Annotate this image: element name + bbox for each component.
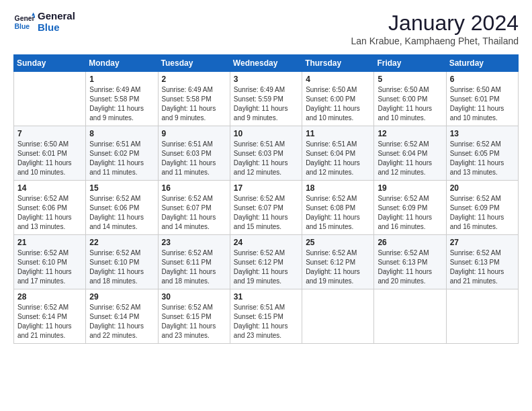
day-info: Sunrise: 6:50 AMSunset: 6:00 PMDaylight:… xyxy=(306,85,370,123)
calendar-cell: 5Sunrise: 6:50 AMSunset: 6:00 PMDaylight… xyxy=(374,72,446,126)
day-number: 22 xyxy=(89,238,154,247)
svg-text:General: General xyxy=(15,15,35,22)
day-info: Sunrise: 6:52 AMSunset: 6:08 PMDaylight:… xyxy=(306,194,370,232)
calendar-cell: 25Sunrise: 6:52 AMSunset: 6:12 PMDayligh… xyxy=(302,235,374,289)
calendar-cell: 26Sunrise: 6:52 AMSunset: 6:13 PMDayligh… xyxy=(374,235,446,289)
day-info: Sunrise: 6:52 AMSunset: 6:11 PMDaylight:… xyxy=(162,248,226,286)
day-number: 29 xyxy=(89,292,154,302)
day-info: Sunrise: 6:50 AMSunset: 6:01 PMDaylight:… xyxy=(17,140,82,177)
calendar-cell: 24Sunrise: 6:52 AMSunset: 6:12 PMDayligh… xyxy=(230,235,302,289)
header-cell-wednesday: Wednesday xyxy=(230,55,302,72)
logo-general: General xyxy=(38,11,75,22)
calendar-body: 1Sunrise: 6:49 AMSunset: 5:58 PMDaylight… xyxy=(14,72,519,344)
header-cell-saturday: Saturday xyxy=(446,55,518,72)
day-number: 4 xyxy=(306,75,370,84)
day-info: Sunrise: 6:52 AMSunset: 6:13 PMDaylight:… xyxy=(450,248,515,286)
day-info: Sunrise: 6:52 AMSunset: 6:07 PMDaylight:… xyxy=(162,194,226,232)
calendar-cell: 3Sunrise: 6:49 AMSunset: 5:59 PMDaylight… xyxy=(230,72,302,126)
calendar-week-1: 7Sunrise: 6:50 AMSunset: 6:01 PMDaylight… xyxy=(14,126,519,181)
day-info: Sunrise: 6:52 AMSunset: 6:15 PMDaylight:… xyxy=(162,303,226,340)
svg-marker-2 xyxy=(32,12,35,15)
day-number: 18 xyxy=(306,183,370,193)
calendar-week-2: 14Sunrise: 6:52 AMSunset: 6:06 PMDayligh… xyxy=(14,181,519,235)
svg-text:Blue: Blue xyxy=(15,22,30,30)
calendar-week-0: 1Sunrise: 6:49 AMSunset: 5:58 PMDaylight… xyxy=(14,72,519,126)
day-number: 24 xyxy=(234,238,298,247)
day-info: Sunrise: 6:52 AMSunset: 6:07 PMDaylight:… xyxy=(234,194,298,232)
day-number: 2 xyxy=(162,75,226,84)
day-number: 5 xyxy=(378,75,442,84)
day-number: 11 xyxy=(306,129,370,138)
day-number: 27 xyxy=(450,238,515,247)
title-block: January 2024 Lan Krabue, Kamphaeng Phet,… xyxy=(351,11,519,46)
day-number: 1 xyxy=(89,75,154,84)
calendar-cell: 20Sunrise: 6:52 AMSunset: 6:09 PMDayligh… xyxy=(446,181,518,235)
logo-blue: Blue xyxy=(38,22,75,34)
day-number: 31 xyxy=(234,292,298,302)
day-info: Sunrise: 6:51 AMSunset: 6:03 PMDaylight:… xyxy=(162,140,226,177)
calendar-cell: 1Sunrise: 6:49 AMSunset: 5:58 PMDaylight… xyxy=(86,72,158,126)
calendar-cell: 11Sunrise: 6:51 AMSunset: 6:04 PMDayligh… xyxy=(302,126,374,181)
calendar-cell: 22Sunrise: 6:52 AMSunset: 6:10 PMDayligh… xyxy=(86,235,158,289)
day-number: 10 xyxy=(234,129,298,138)
day-number: 6 xyxy=(450,75,515,84)
calendar-cell: 2Sunrise: 6:49 AMSunset: 5:58 PMDaylight… xyxy=(158,72,230,126)
calendar-cell: 14Sunrise: 6:52 AMSunset: 6:06 PMDayligh… xyxy=(14,181,86,235)
day-info: Sunrise: 6:51 AMSunset: 6:02 PMDaylight:… xyxy=(89,140,154,177)
calendar-cell: 28Sunrise: 6:52 AMSunset: 6:14 PMDayligh… xyxy=(14,289,86,344)
calendar-cell: 21Sunrise: 6:52 AMSunset: 6:10 PMDayligh… xyxy=(14,235,86,289)
day-number: 16 xyxy=(162,183,226,193)
calendar-cell: 23Sunrise: 6:52 AMSunset: 6:11 PMDayligh… xyxy=(158,235,230,289)
calendar-cell: 18Sunrise: 6:52 AMSunset: 6:08 PMDayligh… xyxy=(302,181,374,235)
day-number: 28 xyxy=(17,292,82,302)
calendar-cell: 10Sunrise: 6:51 AMSunset: 6:03 PMDayligh… xyxy=(230,126,302,181)
calendar-cell: 17Sunrise: 6:52 AMSunset: 6:07 PMDayligh… xyxy=(230,181,302,235)
calendar-header-row: SundayMondayTuesdayWednesdayThursdayFrid… xyxy=(14,55,519,72)
calendar-cell: 16Sunrise: 6:52 AMSunset: 6:07 PMDayligh… xyxy=(158,181,230,235)
day-info: Sunrise: 6:51 AMSunset: 6:15 PMDaylight:… xyxy=(234,303,298,340)
day-info: Sunrise: 6:52 AMSunset: 6:06 PMDaylight:… xyxy=(17,194,82,232)
day-info: Sunrise: 6:49 AMSunset: 5:58 PMDaylight:… xyxy=(162,85,226,123)
day-info: Sunrise: 6:52 AMSunset: 6:10 PMDaylight:… xyxy=(89,248,154,286)
header-cell-tuesday: Tuesday xyxy=(158,55,230,72)
day-info: Sunrise: 6:52 AMSunset: 6:10 PMDaylight:… xyxy=(17,248,82,286)
calendar-cell xyxy=(374,289,446,344)
calendar-cell: 13Sunrise: 6:52 AMSunset: 6:05 PMDayligh… xyxy=(446,126,518,181)
header-cell-sunday: Sunday xyxy=(14,55,86,72)
day-number: 14 xyxy=(17,183,82,193)
day-info: Sunrise: 6:52 AMSunset: 6:09 PMDaylight:… xyxy=(450,194,515,232)
calendar-cell: 6Sunrise: 6:50 AMSunset: 6:01 PMDaylight… xyxy=(446,72,518,126)
calendar-cell: 31Sunrise: 6:51 AMSunset: 6:15 PMDayligh… xyxy=(230,289,302,344)
day-info: Sunrise: 6:51 AMSunset: 6:03 PMDaylight:… xyxy=(234,140,298,177)
day-info: Sunrise: 6:52 AMSunset: 6:04 PMDaylight:… xyxy=(378,140,442,177)
day-number: 21 xyxy=(17,238,82,247)
calendar-cell: 29Sunrise: 6:52 AMSunset: 6:14 PMDayligh… xyxy=(86,289,158,344)
day-number: 9 xyxy=(162,129,226,138)
calendar-cell xyxy=(14,72,86,126)
day-number: 26 xyxy=(378,238,442,247)
page-header: General Blue General Blue January 2024 L… xyxy=(13,11,519,46)
day-info: Sunrise: 6:49 AMSunset: 5:58 PMDaylight:… xyxy=(89,85,154,123)
day-info: Sunrise: 6:52 AMSunset: 6:06 PMDaylight:… xyxy=(89,194,154,232)
calendar-cell: 30Sunrise: 6:52 AMSunset: 6:15 PMDayligh… xyxy=(158,289,230,344)
location-title: Lan Krabue, Kamphaeng Phet, Thailand xyxy=(351,36,519,46)
day-number: 7 xyxy=(17,129,82,138)
day-info: Sunrise: 6:49 AMSunset: 5:59 PMDaylight:… xyxy=(234,85,298,123)
day-number: 17 xyxy=(234,183,298,193)
day-number: 25 xyxy=(306,238,370,247)
day-info: Sunrise: 6:51 AMSunset: 6:04 PMDaylight:… xyxy=(306,140,370,177)
calendar-cell: 9Sunrise: 6:51 AMSunset: 6:03 PMDaylight… xyxy=(158,126,230,181)
day-info: Sunrise: 6:52 AMSunset: 6:13 PMDaylight:… xyxy=(378,248,442,286)
day-number: 12 xyxy=(378,129,442,138)
calendar-cell: 12Sunrise: 6:52 AMSunset: 6:04 PMDayligh… xyxy=(374,126,446,181)
logo: General Blue General Blue xyxy=(13,11,75,33)
calendar-cell xyxy=(446,289,518,344)
calendar-cell: 27Sunrise: 6:52 AMSunset: 6:13 PMDayligh… xyxy=(446,235,518,289)
day-info: Sunrise: 6:52 AMSunset: 6:09 PMDaylight:… xyxy=(378,194,442,232)
calendar-cell: 8Sunrise: 6:51 AMSunset: 6:02 PMDaylight… xyxy=(86,126,158,181)
calendar-week-4: 28Sunrise: 6:52 AMSunset: 6:14 PMDayligh… xyxy=(14,289,519,344)
day-info: Sunrise: 6:50 AMSunset: 6:00 PMDaylight:… xyxy=(378,85,442,123)
day-info: Sunrise: 6:50 AMSunset: 6:01 PMDaylight:… xyxy=(450,85,515,123)
day-number: 23 xyxy=(162,238,226,247)
calendar-cell xyxy=(302,289,374,344)
